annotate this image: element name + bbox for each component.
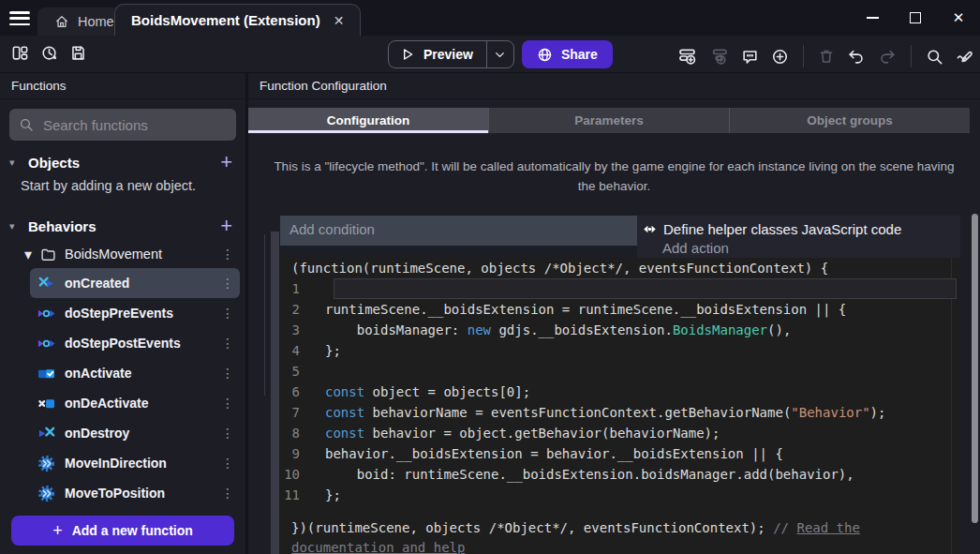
line-number: 11 [280,485,325,505]
page-title: Function Configuration [248,73,980,99]
maximize-button[interactable] [894,0,937,36]
code-line-3: 3 boidsManager: new gdjs.__boidsExtensio… [280,320,960,340]
save-icon[interactable] [69,44,87,62]
function-item-onActivate[interactable]: onActivate⋮ [30,358,240,388]
redo-icon [878,48,897,66]
code-lines: 12runtimeScene.__boidsExtension = runtim… [280,278,960,505]
function-item-doStepPostEvents[interactable]: doStepPostEvents⋮ [30,328,240,358]
item-menu-icon[interactable]: ⋮ [221,276,234,291]
code-line-5: 5 [280,361,960,382]
behaviors-section-header[interactable]: ▾ Behaviors + [0,212,245,240]
close-button[interactable]: ✕ [937,0,980,36]
preview-label: Preview [423,47,473,62]
function-item-label: doStepPostEvents [65,336,212,351]
gear-icon [37,485,55,502]
preview-dropdown-button[interactable] [487,41,513,67]
preview-button[interactable]: Preview [388,40,514,68]
collapse-arrow-icon[interactable]: ▾ [9,157,21,169]
code-line-2: 2runtimeScene.__boidsExtension = runtime… [280,299,960,320]
collapse-arrow-icon[interactable]: ▾ [9,220,21,232]
function-item-label: doStepPreEvents [65,306,212,321]
add-behavior-button[interactable]: + [220,217,232,235]
add-event-icon[interactable] [677,47,697,66]
line-number: 7 [280,402,325,423]
event-sheet: Add condition Define helper classes Java… [260,214,960,554]
titlebar: Home BoidsMovement (Extension) ✕ ✕ [0,0,980,36]
js-code-editor[interactable]: (function(runtimeScene, objects /*Object… [280,258,960,554]
objects-section-header[interactable]: ▾ Objects + [0,148,245,176]
minimize-button[interactable] [851,0,894,36]
line-number: 1 [280,278,325,299]
history-icon[interactable] [40,44,58,62]
plus-icon: + [52,521,63,541]
search-functions-input[interactable]: Search functions [9,109,236,141]
current-line-highlight [334,278,957,299]
item-menu-icon[interactable]: ⋮ [221,396,234,411]
behavior-group-boidsmovement[interactable]: ▾ BoidsMovement ⋮ [0,240,245,268]
folder-icon [40,247,56,262]
code-line-11: 11}; [280,485,960,505]
add-action-button[interactable]: Add action [637,240,960,258]
undo-icon[interactable] [847,48,866,66]
code-epilogue: })(runtimeScene, objects /*Object*/, eve… [280,518,960,554]
step-icon [37,305,55,322]
toolbar-center: Preview Share [388,40,613,68]
function-item-onDestroy[interactable]: onDestroy⋮ [30,418,240,448]
activate-icon [37,365,55,382]
add-condition-button[interactable]: Add condition [280,216,637,246]
code-text: boid: runtimeScene.__boidsExtension.boid… [325,464,854,485]
add-comment-icon[interactable] [741,48,759,66]
event-action-column: Define helper classes JavaScript code Ad… [637,216,960,258]
vertical-scrollbar[interactable] [972,214,978,523]
add-function-button[interactable]: + Add a new function [11,516,234,546]
function-item-MoveInDirection[interactable]: MoveInDirection⋮ [30,448,240,478]
function-item-MoveToPosition[interactable]: MoveToPosition⋮ [30,478,240,508]
js-event-title-label: Define helper classes JavaScript code [663,221,901,237]
share-label: Share [561,47,598,62]
collapse-arrow-icon[interactable]: ▾ [24,246,32,263]
tab-boidsmovement[interactable]: BoidsMovement (Extension) ✕ [114,4,361,36]
item-menu-icon[interactable]: ⋮ [221,486,234,501]
add-object-button[interactable]: + [220,153,232,172]
code-text: }; [325,485,341,505]
lifecycle-destroy-icon [37,425,55,442]
event-left-rail[interactable] [271,232,279,554]
add-circle-icon[interactable] [771,48,789,66]
toolbar: Preview Share [0,36,980,73]
tab-parameters[interactable]: Parameters [489,108,730,133]
line-number: 10 [280,464,325,485]
function-item-label: onActivate [65,366,212,381]
home-icon [54,14,69,29]
js-code-icon [643,222,657,236]
tab-configuration[interactable]: Configuration [248,108,489,133]
function-item-onDeActivate[interactable]: onDeActivate⋮ [30,388,240,418]
line-number: 9 [280,443,325,464]
item-menu-icon[interactable]: ⋮ [221,366,234,381]
function-item-doStepPreEvents[interactable]: doStepPreEvents⋮ [30,298,240,328]
main-menu-icon[interactable] [9,11,30,25]
app-window: Home BoidsMovement (Extension) ✕ ✕ Previ… [0,0,980,554]
functions-panel-title: Functions [0,73,245,99]
item-menu-icon[interactable]: ⋮ [221,336,234,351]
item-menu-icon[interactable]: ⋮ [221,306,234,321]
share-button[interactable]: Share [522,40,613,68]
function-item-onCreated[interactable]: onCreated⋮ [30,268,240,298]
globe-icon [537,47,553,63]
code-text: const behaviorName = eventsFunctionConte… [325,402,885,423]
tab-object-groups[interactable]: Object groups [730,108,970,133]
function-item-label: MoveInDirection [65,456,212,471]
search-icon[interactable] [926,48,943,66]
item-menu-icon[interactable]: ⋮ [221,456,234,471]
line-number: 6 [280,382,325,402]
preview-button-main[interactable]: Preview [389,41,486,67]
search-placeholder: Search functions [43,117,148,133]
behavior-group-label: BoidsMovement [65,247,213,262]
tab-home-label: Home [78,14,114,29]
function-item-label: MoveToPosition [65,486,212,501]
project-manager-icon[interactable] [11,44,29,62]
group-menu-icon[interactable]: ⋮ [221,247,234,262]
edit-extension-icon[interactable] [956,47,974,66]
item-menu-icon[interactable]: ⋮ [221,426,234,441]
line-number: 5 [280,361,325,382]
tab-close-icon[interactable]: ✕ [334,13,345,28]
